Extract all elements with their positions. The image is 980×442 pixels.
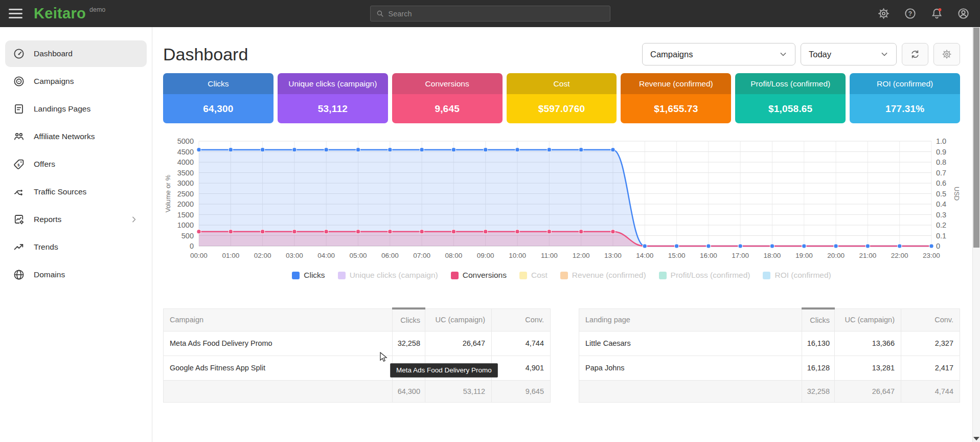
svg-text:12:00: 12:00 [573,252,590,259]
cell-value: 2,417 [901,356,960,380]
metric-label: Cost [507,73,617,94]
report-chart-icon [13,213,25,226]
row-tooltip: Meta Ads Food Delivery Promo [390,363,498,378]
legend-swatch [519,272,527,279]
global-search[interactable] [370,6,610,21]
legend-item-clicks[interactable]: Clicks [292,271,325,280]
refresh-button[interactable] [902,43,928,65]
traffic-chart: 005000.110000.215000.320000.425000.53000… [163,132,960,264]
metric-card-clicks[interactable]: Clicks64,300 [163,73,274,123]
svg-text:16:00: 16:00 [700,252,717,259]
legend-item-unique-clicks-campaign[interactable]: Unique clicks (campaign) [338,271,438,280]
svg-text:05:00: 05:00 [350,252,367,259]
column-header-uc-campaign[interactable]: UC (campaign) [425,308,492,331]
sidebar-item-reports[interactable]: Reports [5,206,147,233]
svg-text:$: $ [17,163,20,167]
main-content: Dashboard Campaigns Today Clicks64,300Un… [153,27,972,442]
legend-item-revenue-confirmed[interactable]: Revenue (confirmed) [560,271,646,280]
keitaro-logo: Keitaro [34,5,86,22]
legend-label: Unique clicks (campaign) [350,271,438,280]
total-value [579,380,802,402]
sidebar-item-domains[interactable]: Domains [5,261,147,288]
column-header-landing-page[interactable]: Landing page [579,308,802,331]
svg-text:07:00: 07:00 [413,252,430,259]
svg-text:0: 0 [936,242,940,250]
svg-text:0.3: 0.3 [936,211,946,219]
svg-text:5000: 5000 [177,137,194,145]
gear-icon [941,49,952,60]
column-header-uc-campaign[interactable]: UC (campaign) [835,308,901,331]
date-range-value: Today [809,50,831,59]
metric-label: Revenue (confirmed) [621,73,731,94]
svg-text:0.2: 0.2 [936,221,946,229]
total-value [164,380,393,402]
sidebar: DashboardCampaignsLandings PagesAffiliat… [0,27,152,442]
svg-text:04:00: 04:00 [317,252,335,259]
account-icon[interactable] [957,7,970,20]
table-row[interactable]: Papa Johns16,12813,2812,417 [579,356,960,380]
svg-text:17:00: 17:00 [732,252,749,259]
date-range-select[interactable]: Today [801,43,897,65]
metric-card-unique-clicks-campaign[interactable]: Unique clicks (campaign)53,112 [278,73,388,123]
svg-text:23:00: 23:00 [923,252,940,259]
svg-text:02:00: 02:00 [254,252,271,259]
legend-item-roi-confirmed[interactable]: ROI (confirmed) [763,271,831,280]
cell-value: 13,366 [835,331,901,356]
search-input[interactable] [389,10,610,18]
help-icon[interactable]: ? [904,7,917,20]
row-label: Papa Johns [579,356,802,380]
legend-item-profit-loss-confirmed[interactable]: Profit/Loss (confirmed) [659,271,750,280]
logo-demo-badge: demo [89,6,105,13]
svg-text:500: 500 [181,232,194,240]
metric-card-conversions[interactable]: Conversions9,645 [392,73,503,123]
campaigns-filter-select[interactable]: Campaigns [642,43,795,65]
svg-text:4500: 4500 [177,148,194,156]
totals-row: 64,30053,1129,645 [164,380,551,402]
sidebar-item-label: Dashboard [34,49,73,58]
cell-value: 4,901 [492,356,551,380]
table-row[interactable]: Little Caesars16,13013,3662,327 [579,331,960,356]
table-campaigns: CampaignClicksUC (campaign)Conv.Meta Ads… [163,307,551,403]
legend-item-conversions[interactable]: Conversions [451,271,507,280]
metric-card-roi-confirmed[interactable]: ROI (confirmed)177.31% [850,73,960,123]
notifications-bell-icon[interactable] [930,7,943,20]
sidebar-item-label: Reports [34,215,61,224]
scrollbar-down-arrow[interactable] [973,437,979,440]
metric-label: Profit/Loss (confirmed) [735,73,846,94]
total-value: 53,112 [425,380,492,402]
column-header-conv[interactable]: Conv. [901,308,960,331]
metric-value: 64,300 [163,94,274,123]
totals-row: 32,25826,6474,744 [579,380,960,402]
svg-text:08:00: 08:00 [445,252,463,259]
sidebar-item-affiliate-networks[interactable]: Affiliate Networks [5,123,147,150]
metric-card-cost[interactable]: Cost$597.0760 [507,73,617,123]
scrollbar-thumb[interactable] [973,28,979,248]
svg-text:20:00: 20:00 [827,252,845,259]
svg-text:0.1: 0.1 [936,232,946,240]
column-header-clicks[interactable]: Clicks [802,308,835,331]
sidebar-item-landings-pages[interactable]: Landings Pages [5,96,147,122]
sidebar-item-campaigns[interactable]: Campaigns [5,68,147,95]
row-label: Little Caesars [579,331,802,356]
sidebar-item-traffic-sources[interactable]: Traffic Sources [5,179,147,205]
sidebar-item-offers[interactable]: $Offers [5,151,147,178]
svg-text:1.0: 1.0 [936,137,946,145]
topbar: Keitaro demo ? [0,0,980,27]
table-row[interactable]: Meta Ads Food Delivery Promo32,25826,647… [164,331,551,356]
legend-item-cost[interactable]: Cost [519,271,548,280]
metric-card-revenue-confirmed[interactable]: Revenue (confirmed)$1,655.73 [621,73,731,123]
svg-text:0.6: 0.6 [936,179,946,187]
column-header-clicks[interactable]: Clicks [393,308,425,331]
settings-gear-icon[interactable] [877,7,890,20]
menu-hamburger-icon[interactable] [9,6,22,21]
page-title: Dashboard [163,45,248,64]
sidebar-item-dashboard[interactable]: Dashboard [5,40,147,67]
svg-text:USD: USD [953,187,960,201]
chart-settings-button[interactable] [933,43,960,65]
svg-text:14:00: 14:00 [636,252,653,259]
sidebar-item-trends[interactable]: Trends [5,234,147,260]
column-header-campaign[interactable]: Campaign [164,308,393,331]
column-header-conv[interactable]: Conv. [492,308,551,331]
svg-text:11:00: 11:00 [541,252,558,259]
metric-card-profit-loss-confirmed[interactable]: Profit/Loss (confirmed)$1,058.65 [735,73,846,123]
